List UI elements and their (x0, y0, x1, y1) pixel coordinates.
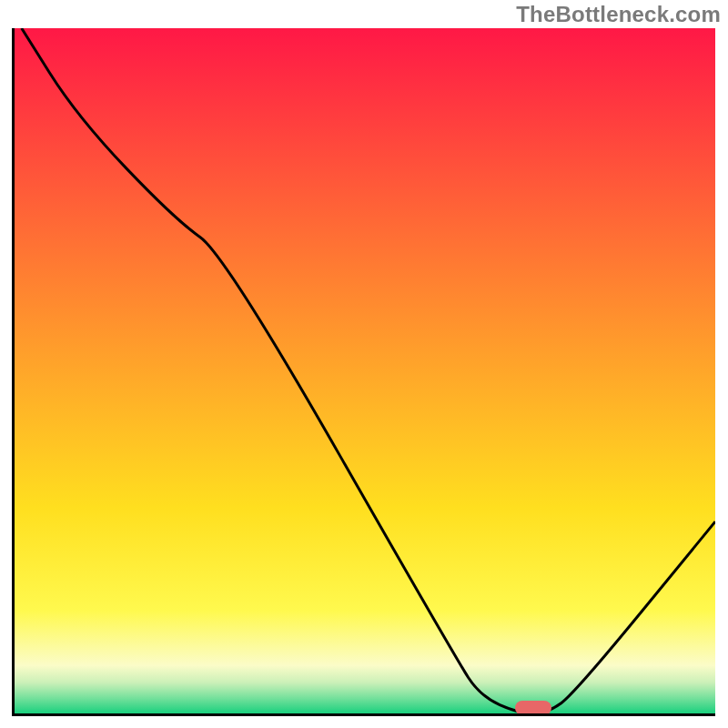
bottleneck-curve (22, 28, 715, 713)
watermark-text: TheBottleneck.com (516, 2, 721, 27)
chart-frame: TheBottleneck.com (0, 0, 728, 728)
curve-layer (15, 28, 715, 713)
optimal-marker (515, 701, 551, 715)
plot-area (12, 28, 715, 716)
